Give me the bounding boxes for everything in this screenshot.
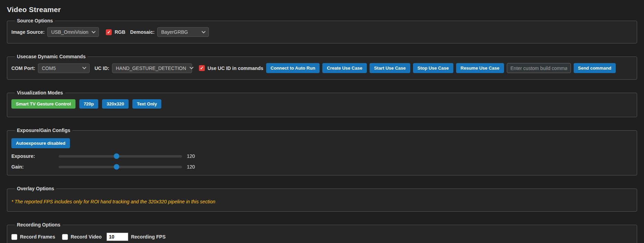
demosaic-label: Demosaic:	[130, 29, 155, 35]
com-port-label: COM Port:	[11, 65, 35, 71]
com-port-select[interactable]: COM5	[38, 63, 90, 73]
viz-smart-tv-gesture-button[interactable]: Smart TV Gesture Control	[11, 99, 76, 109]
chevron-down-icon	[190, 67, 193, 69]
chevron-down-icon	[92, 31, 95, 33]
gain-slider-thumb[interactable]	[114, 164, 119, 170]
image-source-label: Image Source:	[11, 29, 44, 35]
usecase-commands-section: Usecase Dynamic Commands COM Port: COM5 …	[7, 54, 637, 80]
gain-slider-row: Gain: 120	[11, 164, 633, 170]
start-use-case-button[interactable]: Start Use Case	[370, 63, 410, 73]
autoexposure-row: Autoexposure disabled	[11, 138, 633, 148]
uc-id-value: HAND_GESTURE_DETECTION	[116, 65, 186, 71]
recording-options-row: Record Frames Record Video Recording FPS	[11, 233, 633, 241]
visualization-modes-legend: Visualization Modes	[15, 90, 65, 95]
gain-value: 120	[187, 164, 195, 170]
recording-fps-input[interactable]	[107, 233, 128, 241]
uc-id-select[interactable]: HAND_GESTURE_DETECTION	[112, 63, 192, 73]
source-options-section: Source Options Image Source: USB_OmniVis…	[7, 18, 637, 43]
use-uc-id-label: Use UC ID in commands	[208, 65, 263, 71]
fps-note-text: * The reported FPS includes only for ROI…	[11, 199, 633, 204]
exposure-value: 120	[187, 153, 195, 159]
exposure-gain-section: Exposure/Gain Configs Autoexposure disab…	[7, 128, 637, 175]
exposure-label: Exposure:	[11, 153, 59, 159]
rgb-label: RGB	[114, 29, 125, 35]
chevron-down-icon	[202, 31, 205, 33]
record-frames-checkbox[interactable]	[11, 234, 17, 240]
record-video-checkbox[interactable]	[62, 234, 68, 240]
exposure-gain-legend: Exposure/Gain Configs	[15, 128, 72, 133]
overlay-options-legend: Overlay Options	[15, 186, 56, 191]
check-icon: ✓	[200, 66, 204, 70]
connect-auto-run-button[interactable]: Connect to Auto Run	[266, 63, 320, 73]
viz-320x320-button[interactable]: 320x320	[102, 99, 129, 109]
resume-use-case-button[interactable]: Resume Use Case	[456, 63, 504, 73]
exposure-slider-row: Exposure: 120	[11, 153, 633, 159]
com-port-value: COM5	[42, 65, 56, 71]
rgb-checkbox[interactable]: ✓	[106, 29, 112, 35]
page-title: Video Streamer	[7, 6, 637, 14]
stop-use-case-button[interactable]: Stop Use Case	[413, 63, 453, 73]
source-options-row: Image Source: USB_OmniVision ✓ RGB Demos…	[11, 27, 633, 37]
image-source-value: USB_OmniVision	[51, 29, 88, 35]
viz-720p-button[interactable]: 720p	[79, 99, 99, 109]
send-command-button[interactable]: Send command	[574, 63, 616, 73]
recording-options-section: Recording Options Record Frames Record V…	[7, 222, 637, 243]
source-options-legend: Source Options	[15, 18, 55, 23]
use-uc-id-checkbox[interactable]: ✓	[199, 65, 205, 71]
gain-slider[interactable]	[59, 166, 182, 168]
image-source-select[interactable]: USB_OmniVision	[47, 27, 99, 37]
visualization-modes-row: Smart TV Gesture Control 720p 320x320 Te…	[11, 99, 633, 109]
viz-text-only-button[interactable]: Text Only	[132, 99, 161, 109]
demosaic-value: BayerGRBG	[161, 29, 188, 35]
exposure-slider-thumb[interactable]	[114, 153, 119, 159]
exposure-slider[interactable]	[59, 155, 182, 158]
chevron-down-icon	[82, 67, 86, 69]
visualization-modes-section: Visualization Modes Smart TV Gesture Con…	[7, 90, 637, 117]
demosaic-select[interactable]: BayerGRBG	[157, 27, 209, 37]
recording-options-legend: Recording Options	[15, 222, 62, 227]
create-use-case-button[interactable]: Create Use Case	[322, 63, 367, 73]
gain-label: Gain:	[11, 164, 59, 170]
usecase-commands-legend: Usecase Dynamic Commands	[15, 54, 88, 59]
check-icon: ✓	[107, 30, 111, 34]
uc-id-label: UC ID:	[94, 65, 109, 71]
usecase-commands-row: COM Port: COM5 UC ID: HAND_GESTURE_DETEC…	[11, 63, 633, 73]
autoexposure-button[interactable]: Autoexposure disabled	[11, 138, 70, 148]
record-frames-label: Record Frames	[20, 234, 55, 240]
overlay-options-section: Overlay Options * The reported FPS inclu…	[7, 186, 637, 212]
record-video-label: Record Video	[71, 234, 102, 240]
recording-fps-label: Recording FPS	[131, 234, 165, 240]
custom-command-input[interactable]	[507, 63, 571, 73]
